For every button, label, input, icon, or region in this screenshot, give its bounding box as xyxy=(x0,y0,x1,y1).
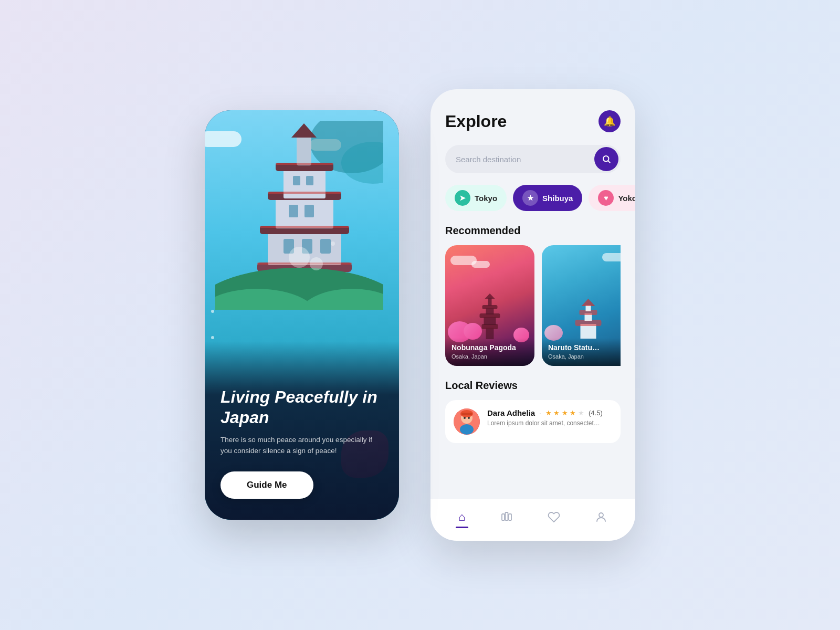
svg-rect-14 xyxy=(320,239,331,254)
nav-item-favorites[interactable] xyxy=(548,511,560,523)
review-text-1: Lorem ipsum dolor sit amet, consectet… xyxy=(487,419,612,427)
nav-active-indicator xyxy=(456,527,468,528)
card2-building-svg xyxy=(570,298,607,340)
phone-left: Living Peacefully in Japan There is so m… xyxy=(205,110,399,520)
svg-rect-20 xyxy=(260,226,349,228)
nav-item-profile[interactable] xyxy=(595,511,607,523)
star-1: ★ xyxy=(545,409,552,417)
left-phone-content: Living Peacefully in Japan There is so m… xyxy=(205,341,399,520)
svg-rect-28 xyxy=(486,328,494,339)
map-icon xyxy=(500,511,513,523)
svg-rect-45 xyxy=(461,413,472,415)
rec-card-naruto[interactable]: Naruto Statu… Osaka, Japan xyxy=(542,245,621,366)
chip-shibuya[interactable]: ★ Shibuya xyxy=(513,185,582,211)
svg-rect-22 xyxy=(276,163,333,165)
svg-line-27 xyxy=(608,161,610,162)
search-bar: Search destination xyxy=(445,145,621,173)
svg-marker-35 xyxy=(485,293,495,299)
svg-rect-36 xyxy=(581,324,596,339)
svg-rect-50 xyxy=(505,512,508,520)
star-5: ★ xyxy=(578,409,584,417)
avatar-svg xyxy=(454,408,480,435)
recommended-cards: Nobunaga Pagoda Osaka, Japan xyxy=(445,245,621,366)
star-2: ★ xyxy=(553,409,560,417)
review-item-1: Dara Adhelia · ★ ★ ★ ★ ★ (4.5) Lorem xyxy=(445,400,621,443)
svg-rect-10 xyxy=(297,136,311,165)
rating-number: (4.5) xyxy=(589,409,603,417)
home-icon: ⌂ xyxy=(458,510,465,524)
chip-label-tokyo: Tokyo xyxy=(475,194,497,203)
chip-icon-tokyo: ➤ xyxy=(455,190,470,206)
notification-bell-icon[interactable]: 🔔 xyxy=(598,110,621,132)
reviews-section-title: Local Reviews xyxy=(445,380,621,392)
rec-card-name-1: Nobunaga Pagoda xyxy=(452,343,528,352)
reviewer-info-1: Dara Adhelia · ★ ★ ★ ★ ★ (4.5) Lorem xyxy=(487,408,612,427)
chip-yoko[interactable]: ♥ Yoko xyxy=(589,185,635,211)
left-phone-description: There is so much peace around you especi… xyxy=(220,435,383,457)
svg-rect-49 xyxy=(502,514,505,520)
chip-icon-yoko: ♥ xyxy=(598,190,614,206)
phone-right: Explore 🔔 Search destination ➤ Tokyo xyxy=(430,89,635,541)
phone-right-scroll-area: Explore 🔔 Search destination ➤ Tokyo xyxy=(430,89,635,499)
nav-item-home[interactable]: ⌂ xyxy=(458,510,465,524)
svg-rect-33 xyxy=(482,305,498,309)
recommended-section-title: Recommended xyxy=(445,225,621,237)
dot-separator: · xyxy=(539,410,541,417)
svg-point-46 xyxy=(464,417,466,419)
reviewer-avatar-1 xyxy=(454,408,480,435)
reviews-section: Local Reviews xyxy=(445,380,621,443)
sakura-tree-2 xyxy=(464,323,482,340)
pagoda-illustration xyxy=(215,121,383,310)
nav-item-map[interactable] xyxy=(500,511,513,523)
svg-rect-21 xyxy=(268,192,341,194)
svg-rect-30 xyxy=(484,317,496,325)
chip-label-shibuya: Shibuya xyxy=(542,194,573,203)
star-3: ★ xyxy=(562,409,568,417)
explore-header: Explore 🔔 xyxy=(445,110,621,132)
reviewer-name-row: Dara Adhelia · ★ ★ ★ ★ ★ (4.5) xyxy=(487,408,612,417)
bokeh-orb-2 xyxy=(310,257,323,270)
svg-point-48 xyxy=(460,424,474,435)
phones-container: Living Peacefully in Japan There is so m… xyxy=(205,89,635,541)
svg-marker-41 xyxy=(582,299,595,306)
chip-tokyo[interactable]: ➤ Tokyo xyxy=(445,185,507,211)
star-4: ★ xyxy=(570,409,576,417)
side-dot-2 xyxy=(211,336,214,339)
category-chips: ➤ Tokyo ★ Shibuya ♥ Yoko xyxy=(445,185,621,211)
search-placeholder-text[interactable]: Search destination xyxy=(456,155,590,164)
svg-rect-8 xyxy=(284,168,326,198)
heart-icon xyxy=(548,511,560,523)
card2-cloud xyxy=(602,253,621,261)
svg-rect-34 xyxy=(488,298,492,306)
chip-label-yoko: Yoko xyxy=(618,194,635,203)
rec-card-name-2: Naruto Statu… xyxy=(548,343,621,352)
bokeh-orb-1 xyxy=(289,247,310,268)
rec-card-location-2: Osaka, Japan xyxy=(548,353,621,360)
svg-rect-15 xyxy=(289,205,298,217)
explore-title: Explore xyxy=(445,112,507,131)
svg-point-47 xyxy=(468,417,470,419)
chip-icon-shibuya: ★ xyxy=(522,190,538,206)
svg-rect-51 xyxy=(509,514,511,520)
star-rating: ★ ★ ★ ★ ★ xyxy=(545,409,585,417)
rec-card-location-1: Osaka, Japan xyxy=(452,353,528,360)
reviewer-name: Dara Adhelia xyxy=(487,408,535,417)
svg-rect-17 xyxy=(293,176,300,185)
profile-icon xyxy=(595,511,607,523)
rec-card-overlay-2: Naruto Statu… Osaka, Japan xyxy=(542,338,621,366)
card-cloud-2 xyxy=(471,261,490,268)
rec-card-overlay-1: Nobunaga Pagoda Osaka, Japan xyxy=(445,338,534,366)
left-phone-title: Living Peacefully in Japan xyxy=(220,387,383,427)
guide-me-button[interactable]: Guide Me xyxy=(220,471,313,499)
svg-rect-18 xyxy=(306,176,313,185)
search-button[interactable] xyxy=(594,147,618,171)
svg-rect-16 xyxy=(304,205,314,217)
bokeh-orb-3 xyxy=(331,242,335,246)
rec-card-nobunaga[interactable]: Nobunaga Pagoda Osaka, Japan xyxy=(445,245,534,366)
side-dot-1 xyxy=(211,310,214,313)
bottom-nav: ⌂ xyxy=(430,499,635,541)
svg-point-52 xyxy=(599,513,603,517)
